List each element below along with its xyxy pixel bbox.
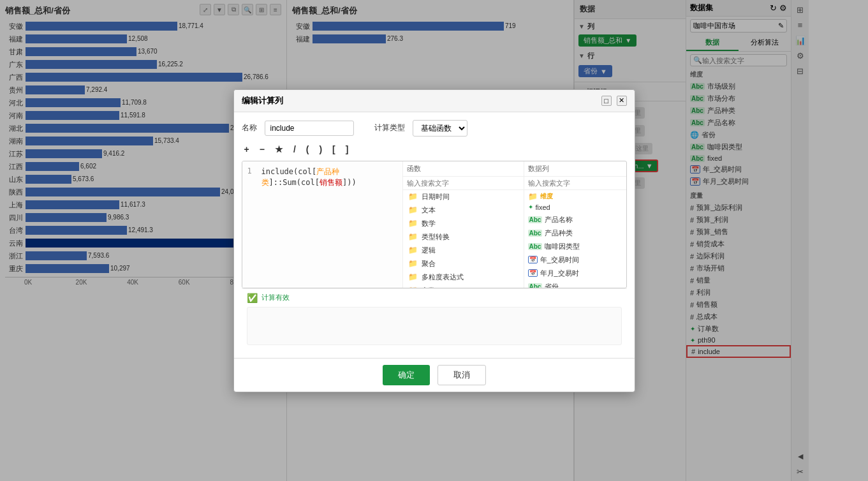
func-label: 参数 (422, 286, 436, 288)
op-minus[interactable]: − (257, 143, 267, 156)
dialog-overlay: 编辑计算列 □ ✕ 名称 计算类型 基础函数 + − (0, 0, 868, 481)
abc-icon: Abc (528, 243, 543, 250)
dc-year-time[interactable]: 📅年_交易时间 (524, 253, 626, 267)
func-item-text[interactable]: 📁文本 (403, 204, 524, 217)
func-item-lod[interactable]: 📁多粒度表达式 (403, 270, 524, 284)
data-col-list: 📁维度 ✦fixed Abc产品名称 Abc产品种类 Abc咖啡因类型 📅年_交… (524, 190, 626, 288)
minimize-button[interactable]: □ (601, 96, 612, 106)
calc-type-label: 计算类型 (374, 122, 405, 133)
measure-field: 销售额 (320, 178, 342, 187)
valid-text: 计算有效 (261, 293, 290, 302)
star-icon: ✦ (528, 204, 533, 211)
dc-product-type[interactable]: Abc产品种类 (524, 226, 626, 240)
dc-coffee-type[interactable]: Abc咖啡因类型 (524, 240, 626, 253)
dc-product-name[interactable]: Abc产品名称 (524, 213, 626, 226)
folder-icon: 📁 (528, 192, 538, 201)
name-row: 名称 计算类型 基础函数 (242, 120, 627, 137)
func-item-typeconv[interactable]: 📁类型转换 (403, 230, 524, 244)
code-line-1: 1 include(col[产品种类]::Sum(col[销售额])) (247, 166, 397, 188)
abc-icon: Abc (528, 283, 543, 288)
folder-icon: 📁 (408, 232, 418, 241)
func-item-param[interactable]: 📁参数 (403, 284, 524, 288)
dialog-body: 名称 计算类型 基础函数 + − ★ / ( ) [ ] (234, 112, 635, 358)
dialog-title: 编辑计算列 (242, 95, 283, 107)
code-text: include(col[产品种类]::Sum(col[销售额])) (261, 166, 397, 188)
cancel-button[interactable]: 取消 (438, 365, 486, 385)
edit-calc-dialog: 编辑计算列 □ ✕ 名称 计算类型 基础函数 + − (233, 89, 635, 392)
cal-icon: 📅 (528, 269, 538, 277)
op-slash[interactable]: / (291, 143, 298, 156)
folder-icon: 📁 (408, 246, 418, 255)
folder-icon: 📁 (408, 205, 418, 214)
op-rbracket[interactable]: ] (343, 143, 351, 156)
name-input[interactable] (265, 121, 354, 136)
func-item-logic[interactable]: 📁逻辑 (403, 244, 524, 257)
line-number: 1 (247, 166, 258, 175)
op-star[interactable]: ★ (272, 143, 286, 156)
func-panel: 函数 📁日期时间 📁文本 📁数学 📁类型转换 📁逻辑 📁聚合 📁多粒度表达式 📁… (403, 161, 524, 288)
func-mid: ]::Sum(col[ (269, 178, 320, 187)
func-label: 日期时间 (422, 192, 450, 202)
status-row: ✅ 计算有效 (242, 288, 627, 307)
op-lparen[interactable]: ( (304, 143, 312, 156)
op-rparen[interactable]: ) (316, 143, 325, 156)
name-label: 名称 (242, 122, 257, 133)
data-col-title: 数据列 (524, 161, 626, 177)
func-label: 文本 (422, 205, 436, 215)
func-panel-title: 函数 (403, 161, 524, 177)
editor-area: 1 include(col[产品种类]::Sum(col[销售额])) 函数 📁… (242, 161, 627, 288)
close-button[interactable]: ✕ (617, 96, 627, 106)
hint-area (247, 307, 622, 345)
folder-icon: 📁 (408, 259, 418, 268)
func-list: 📁日期时间 📁文本 📁数学 📁类型转换 📁逻辑 📁聚合 📁多粒度表达式 📁参数 (403, 190, 524, 288)
calc-type-select[interactable]: 基础函数 (413, 120, 467, 137)
func-name: include(col[ (261, 167, 317, 176)
func-label: 多粒度表达式 (422, 272, 464, 282)
func-label: 逻辑 (422, 246, 436, 255)
abc-icon: Abc (528, 230, 543, 237)
folder-icon: 📁 (408, 192, 418, 201)
ops-row: + − ★ / ( ) [ ] (242, 143, 627, 156)
dc-yearmonth-time[interactable]: 📅年月_交易时 (524, 267, 626, 280)
valid-icon: ✅ (247, 293, 258, 303)
dim-section-label: 📁维度 (524, 190, 626, 202)
dc-province[interactable]: Abc省份 (524, 280, 626, 288)
func-item-datetime[interactable]: 📁日期时间 (403, 190, 524, 204)
op-plus[interactable]: + (242, 143, 252, 156)
folder-icon: 📁 (408, 219, 418, 228)
dc-fixed[interactable]: ✦fixed (524, 202, 626, 213)
dialog-controls: □ ✕ (601, 96, 627, 106)
confirm-button[interactable]: 确定 (383, 365, 430, 385)
func-search-input[interactable] (403, 177, 524, 190)
dialog-footer: 确定 取消 (234, 358, 635, 392)
func-label: 类型转换 (422, 232, 450, 242)
func-item-aggregate[interactable]: 📁聚合 (403, 257, 524, 270)
folder-icon: 📁 (408, 272, 418, 281)
op-lbracket[interactable]: [ (330, 143, 338, 156)
folder-icon: 📁 (408, 286, 418, 288)
data-col-search-input[interactable] (524, 177, 626, 190)
func-label: 数学 (422, 219, 436, 228)
func-end: ])) (342, 178, 357, 187)
data-col-panel: 数据列 📁维度 ✦fixed Abc产品名称 Abc产品种类 Abc咖啡因类型 … (524, 161, 626, 288)
code-editor[interactable]: 1 include(col[产品种类]::Sum(col[销售额])) (242, 161, 403, 288)
abc-icon: Abc (528, 216, 543, 223)
func-label: 聚合 (422, 259, 436, 269)
func-item-math[interactable]: 📁数学 (403, 217, 524, 230)
dialog-header: 编辑计算列 □ ✕ (234, 90, 635, 112)
cal-icon: 📅 (528, 256, 538, 263)
